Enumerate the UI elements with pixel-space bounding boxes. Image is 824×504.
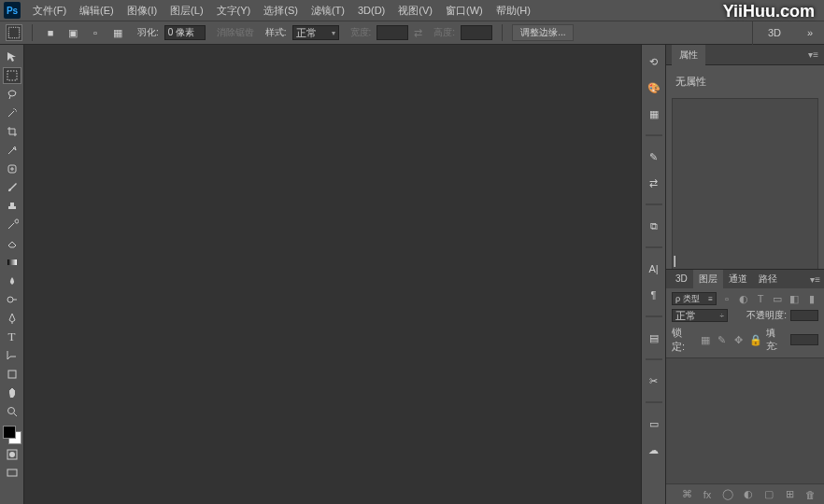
fill-input[interactable]: [790, 334, 818, 345]
eraser-tool[interactable]: [3, 235, 21, 252]
filter-type-icon[interactable]: T: [754, 292, 767, 305]
adjustment-icon[interactable]: ◐: [742, 488, 755, 501]
history-panel-icon[interactable]: ⟲: [645, 52, 663, 71]
menu-select[interactable]: 选择(S): [257, 0, 305, 21]
opacity-input[interactable]: [790, 310, 818, 321]
lock-all-icon[interactable]: 🔒: [749, 333, 762, 346]
workspace-3d[interactable]: 3D: [752, 21, 796, 45]
type-tool[interactable]: T: [3, 329, 21, 345]
layer-list[interactable]: [666, 357, 824, 483]
add-selection-icon[interactable]: ▣: [64, 24, 81, 41]
clone-panel-icon[interactable]: ⧉: [645, 217, 663, 235]
refine-edge-button[interactable]: 调整边缘...: [512, 24, 574, 41]
notes-panel-icon[interactable]: ▤: [645, 329, 663, 347]
cc-panel-icon[interactable]: ☁: [645, 441, 663, 459]
comps-panel-icon[interactable]: ▭: [645, 414, 663, 433]
dodge-tool[interactable]: [3, 291, 21, 308]
properties-content: [672, 98, 818, 272]
pen-tool[interactable]: [3, 310, 21, 327]
svg-point-8: [9, 452, 15, 457]
brush-preset-icon[interactable]: ⇄: [645, 174, 663, 192]
menu-3d[interactable]: 3D(D): [351, 0, 391, 21]
menu-edit[interactable]: 编辑(E): [73, 0, 121, 21]
new-selection-icon[interactable]: ■: [42, 24, 59, 41]
screenmode-tool[interactable]: [3, 465, 21, 482]
shape-tool[interactable]: [3, 366, 21, 383]
lock-transparency-icon[interactable]: ▦: [699, 333, 712, 346]
feather-input[interactable]: [164, 25, 206, 40]
heal-tool[interactable]: [3, 161, 21, 177]
filter-shape-icon[interactable]: ▭: [771, 292, 784, 305]
mask-icon[interactable]: ◯: [721, 488, 734, 501]
brush-panel-icon[interactable]: ✎: [645, 147, 663, 166]
close-button[interactable]: ×: [798, 2, 820, 19]
panel-menu-icon[interactable]: ▾≡: [808, 49, 818, 60]
gradient-tool[interactable]: [3, 254, 21, 271]
menu-view[interactable]: 视图(V): [391, 0, 439, 21]
options-bar: ■ ▣ ▫ ▦ 羽化: 消除锯齿 样式: 正常 宽度: ⇄ 高度: 调整边缘..…: [0, 21, 824, 45]
stamp-tool[interactable]: [3, 198, 21, 215]
filter-toggle[interactable]: ▮: [805, 292, 818, 305]
quickmask-tool[interactable]: [3, 446, 21, 463]
tool-preset-panel-icon[interactable]: ✂: [645, 371, 663, 390]
canvas[interactable]: [24, 45, 641, 504]
tab-channels[interactable]: 通道: [723, 270, 753, 288]
height-input: [461, 25, 492, 40]
svg-point-6: [7, 408, 14, 414]
menu-layer[interactable]: 图层(L): [163, 0, 209, 21]
layer-filter-dropdown[interactable]: ρ 类型: [672, 292, 717, 305]
restore-button[interactable]: □: [775, 2, 798, 19]
toolbar: T: [0, 45, 24, 504]
brush-tool[interactable]: [3, 179, 21, 196]
search-icon[interactable]: »: [802, 24, 818, 41]
style-dropdown[interactable]: 正常: [292, 25, 339, 40]
zoom-tool[interactable]: [3, 403, 21, 420]
fx-icon[interactable]: fx: [701, 488, 714, 501]
trash-icon[interactable]: 🗑: [803, 488, 817, 501]
menu-type[interactable]: 文字(Y): [210, 0, 258, 21]
svg-rect-0: [8, 27, 19, 37]
char-panel-icon[interactable]: A|: [645, 259, 663, 278]
crop-tool[interactable]: [3, 123, 21, 140]
menu-filter[interactable]: 滤镜(T): [305, 0, 351, 21]
filter-smart-icon[interactable]: ◧: [788, 292, 801, 305]
move-tool[interactable]: [3, 49, 21, 65]
style-label: 样式:: [265, 26, 287, 39]
color-panel-icon[interactable]: 🎨: [645, 78, 663, 97]
properties-tab[interactable]: 属性: [672, 45, 705, 65]
link-icon[interactable]: ⌘: [680, 488, 693, 501]
hand-tool[interactable]: [3, 385, 21, 401]
tab-3d[interactable]: 3D: [670, 270, 693, 288]
wand-tool[interactable]: [3, 105, 21, 121]
panels: 属性 ▾≡ 无属性 3D 图层 通道 路径 ▾≡ ρ 类型 ▫ ◐: [665, 45, 824, 504]
swatches-panel-icon[interactable]: ▦: [645, 105, 663, 123]
filter-pixel-icon[interactable]: ▫: [720, 292, 733, 305]
minimize-button[interactable]: ─: [753, 2, 775, 19]
color-swatch[interactable]: [3, 426, 21, 444]
marquee-tool[interactable]: [3, 67, 21, 84]
subtract-selection-icon[interactable]: ▫: [87, 24, 104, 41]
history-brush-tool[interactable]: [3, 217, 21, 233]
blend-mode-dropdown[interactable]: 正常: [672, 309, 728, 322]
tab-paths[interactable]: 路径: [753, 270, 783, 288]
filter-adjust-icon[interactable]: ◐: [737, 292, 750, 305]
layers-menu-icon[interactable]: ▾≡: [810, 274, 820, 285]
tab-layers[interactable]: 图层: [693, 270, 723, 288]
no-properties-label: 无属性: [672, 71, 818, 92]
tool-preset-dropdown[interactable]: [6, 24, 22, 41]
lock-image-icon[interactable]: ✎: [716, 333, 729, 346]
para-panel-icon[interactable]: ¶: [645, 286, 663, 304]
new-layer-icon[interactable]: ⊞: [783, 488, 796, 501]
lasso-tool[interactable]: [3, 86, 21, 103]
group-icon[interactable]: ▢: [762, 488, 775, 501]
menu-file[interactable]: 文件(F): [26, 0, 73, 21]
lock-position-icon[interactable]: ✥: [732, 333, 746, 346]
menu-image[interactable]: 图像(I): [121, 0, 163, 21]
intersect-selection-icon[interactable]: ▦: [109, 24, 126, 41]
menu-bar: Ps 文件(F) 编辑(E) 图像(I) 图层(L) 文字(Y) 选择(S) 滤…: [0, 0, 824, 21]
menu-window[interactable]: 窗口(W): [439, 0, 490, 21]
menu-help[interactable]: 帮助(H): [490, 0, 537, 21]
path-tool[interactable]: [3, 347, 21, 364]
blur-tool[interactable]: [3, 273, 21, 289]
eyedropper-tool[interactable]: [3, 142, 21, 159]
